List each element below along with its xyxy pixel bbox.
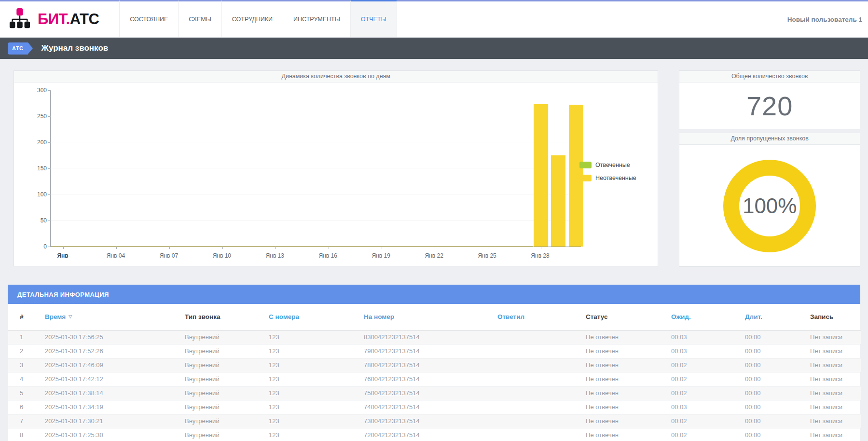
cell-call-type: Внутренний — [177, 386, 261, 400]
cell-status: Не отвечен — [578, 386, 663, 400]
col-header-call-type: Тип звонка — [177, 304, 261, 330]
cell-answered-by — [490, 400, 578, 414]
table-row[interactable]: 62025-01-30 17:34:19Внутренний1237400421… — [8, 400, 861, 414]
x-axis-label-1: Янв — [43, 252, 82, 259]
call-log-table-panel: #Время▽Тип звонкаС номераНа номерОтветил… — [8, 304, 860, 441]
tab-sotrudniki[interactable]: СОТРУДНИКИ — [221, 0, 283, 37]
cell-duration: 00:00 — [737, 358, 802, 372]
tab-instrumenty[interactable]: ИНСТРУМЕНТЫ — [283, 0, 350, 37]
cell-from-number: 123 — [261, 358, 356, 372]
cell-status: Не отвечен — [578, 372, 663, 386]
cell-record: Нет записи — [802, 344, 861, 358]
top-nav: БИТ.АТС СОСТОЯНИЕСХЕМЫСОТРУДНИКИИНСТРУМЕ… — [0, 0, 868, 38]
cell-from-number: 123 — [261, 386, 356, 400]
table-body: 12025-01-30 17:56:25Внутренний1238300421… — [8, 330, 861, 441]
cell-record: Нет записи — [802, 414, 861, 428]
tab-otchety[interactable]: ОТЧЕТЫ — [350, 0, 397, 37]
legend-swatch-0 — [579, 162, 592, 168]
cell-duration: 00:00 — [737, 400, 802, 414]
cell-record: Нет записи — [802, 372, 861, 386]
cell-record: Нет записи — [802, 358, 861, 372]
bar-day-29[interactable] — [551, 155, 565, 247]
y-axis-label-250: 250 — [23, 113, 47, 120]
table-row[interactable]: 82025-01-30 17:25:30Внутренний1237200421… — [8, 428, 861, 441]
cell-answered-by — [490, 428, 578, 441]
legend-label-1: Неотвеченные — [595, 175, 636, 181]
total-calls-panel: Общее количество звонков 720 — [679, 70, 860, 129]
nav-tabs: СОСТОЯНИЕСХЕМЫСОТРУДНИКИИНСТРУМЕНТЫОТЧЕТ… — [119, 0, 397, 37]
cell-duration: 00:00 — [737, 428, 802, 441]
logo[interactable]: БИТ.АТС — [0, 1, 99, 37]
missed-share-panel: Доля пропущенных звонков 100% — [679, 133, 860, 267]
col-header-wait[interactable]: Ожид. — [663, 304, 737, 330]
cell-status: Не отвечен — [578, 358, 663, 372]
col-header-num: # — [8, 304, 37, 330]
col-header-answered-by[interactable]: Ответил — [490, 304, 578, 330]
x-axis-label-16: Янв 16 — [309, 252, 347, 259]
cell-call-type: Внутренний — [177, 330, 261, 344]
cell-answered-by — [490, 414, 578, 428]
gridline-250 — [51, 116, 581, 116]
chart-plot-area — [50, 91, 581, 247]
atc-badge: АТС — [8, 42, 28, 55]
cell-time: 2025-01-30 17:34:19 — [37, 400, 177, 414]
cell-num: 8 — [8, 428, 37, 441]
cell-wait: 00:02 — [663, 414, 737, 428]
cell-answered-by — [490, 372, 578, 386]
missed-share-title: Доля пропущенных звонков — [679, 133, 860, 145]
calls-dynamics-panel: Динамика количества звонков по дням Отве… — [14, 70, 658, 266]
y-axis-label-100: 100 — [23, 191, 47, 198]
cell-num: 6 — [8, 400, 37, 414]
col-header-from-number[interactable]: С номера — [261, 304, 356, 330]
col-header-duration[interactable]: Длит. — [737, 304, 802, 330]
table-header-row: #Время▽Тип звонкаС номераНа номерОтветил… — [8, 304, 861, 330]
table-row[interactable]: 12025-01-30 17:56:25Внутренний1238300421… — [8, 330, 861, 344]
x-tick-28 — [541, 247, 541, 249]
x-axis-label-28: Янв 28 — [521, 252, 560, 259]
missed-share-donut-chart: 100% — [723, 160, 816, 252]
x-axis-label-7: Янв 07 — [150, 252, 188, 259]
table-row[interactable]: 52025-01-30 17:38:14Внутренний1237500421… — [8, 386, 861, 400]
cell-wait: 00:02 — [663, 372, 737, 386]
cell-answered-by — [490, 386, 578, 400]
cell-answered-by — [490, 330, 578, 344]
tab-sostoyanie[interactable]: СОСТОЯНИЕ — [119, 0, 178, 37]
total-calls-title: Общее количество звонков — [679, 71, 860, 83]
cell-duration: 00:00 — [737, 372, 802, 386]
tab-shemy[interactable]: СХЕМЫ — [178, 0, 221, 37]
legend-item-0[interactable]: Отвеченные — [579, 162, 636, 168]
breadcrumb: АТС Журнал звонков — [0, 38, 868, 59]
cell-duration: 00:00 — [737, 386, 802, 400]
table-row[interactable]: 72025-01-30 17:30:21Внутренний1237300421… — [8, 414, 861, 428]
cell-num: 3 — [8, 358, 37, 372]
legend-item-1[interactable]: Неотвеченные — [579, 175, 636, 181]
y-axis-label-300: 300 — [23, 87, 47, 94]
detail-section-title: ДЕТАЛЬНАЯ ИНФОРМАЦИЯ — [17, 291, 109, 298]
x-axis-label-13: Янв 13 — [256, 252, 294, 259]
cell-wait: 00:02 — [663, 358, 737, 372]
table-row[interactable]: 22025-01-30 17:52:26Внутренний1237900421… — [8, 344, 861, 358]
x-axis-label-25: Янв 25 — [468, 252, 507, 259]
cell-to-number: 7200421232137514 — [356, 428, 490, 441]
calls-by-day-chart: ОтвеченныеНеотвеченные 05010015020025030… — [14, 83, 658, 266]
bar-day-28[interactable] — [534, 104, 548, 247]
cell-to-number: 7800421232137514 — [356, 358, 490, 372]
cell-status: Не отвечен — [578, 344, 663, 358]
cell-time: 2025-01-30 17:52:26 — [37, 344, 177, 358]
cell-time: 2025-01-30 17:42:12 — [37, 372, 177, 386]
table-row[interactable]: 32025-01-30 17:46:09Внутренний1237800421… — [8, 358, 861, 372]
col-header-time[interactable]: Время▽ — [37, 304, 177, 330]
user-menu[interactable]: Новый пользователь 1 — [787, 16, 868, 23]
y-tick-50 — [48, 220, 51, 221]
missed-share-value: 100% — [743, 194, 797, 218]
cell-wait: 00:03 — [663, 344, 737, 358]
x-axis-label-19: Янв 19 — [362, 252, 400, 259]
cell-answered-by — [490, 344, 578, 358]
y-tick-250 — [48, 116, 51, 117]
logo-text: БИТ.АТС — [38, 11, 99, 28]
table-row[interactable]: 42025-01-30 17:42:12Внутренний1237600421… — [8, 372, 861, 386]
y-tick-150 — [48, 168, 51, 169]
cell-to-number: 7500421232137514 — [356, 386, 490, 400]
col-header-to-number[interactable]: На номер — [356, 304, 490, 330]
cell-to-number: 7400421232137514 — [356, 400, 490, 414]
